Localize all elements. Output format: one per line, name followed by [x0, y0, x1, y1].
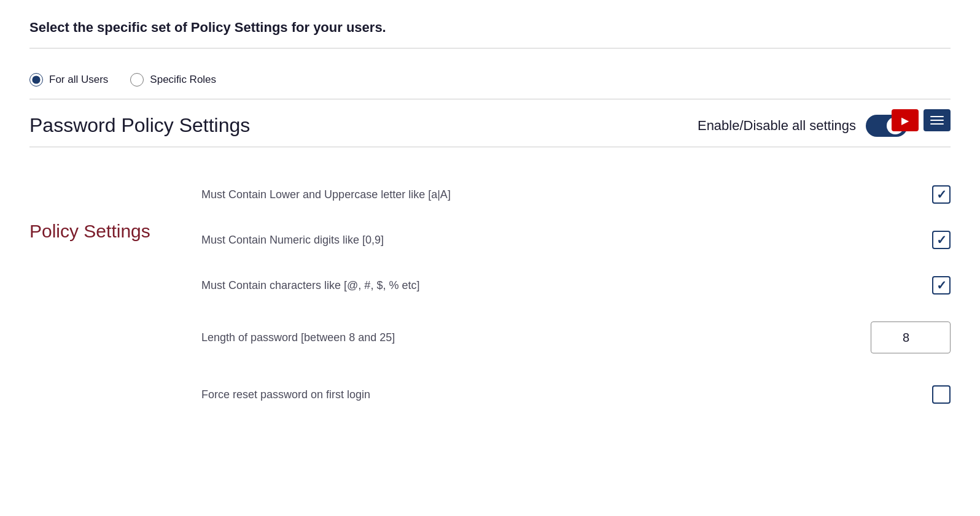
header-title: Select the specific set of Policy Settin…: [29, 20, 951, 36]
policy-row-0-label: Must Contain Lower and Uppercase letter …: [201, 188, 451, 201]
policy-row-1-label: Must Contain Numeric digits like [0,9]: [201, 234, 384, 247]
radio-all-users[interactable]: For all Users: [29, 73, 108, 87]
radio-specific-roles-label: Specific Roles: [150, 74, 216, 86]
policy-row-1: Must Contain Numeric digits like [0,9]: [201, 217, 951, 263]
policy-header-section: Password Policy Settings Enable/Disable …: [29, 99, 951, 147]
policy-section-title: Password Policy Settings: [29, 114, 250, 137]
enable-disable-label: Enable/Disable all settings: [698, 118, 856, 134]
policy-checkbox-0[interactable]: [932, 185, 951, 204]
radio-specific-roles-input[interactable]: [130, 73, 144, 87]
policy-row-0: Must Contain Lower and Uppercase letter …: [201, 172, 951, 217]
main-content: Policy Settings Must Contain Lower and U…: [29, 147, 951, 417]
list-line-1: [930, 116, 944, 117]
policy-checkbox-1[interactable]: [932, 231, 951, 249]
policy-row-2: Must Contain characters like [@, #, $, %…: [201, 263, 951, 308]
header-section: Select the specific set of Policy Settin…: [29, 20, 951, 61]
policy-settings-label-col: Policy Settings: [29, 172, 201, 417]
list-icon-button[interactable]: [924, 109, 951, 131]
radio-specific-roles[interactable]: Specific Roles: [130, 73, 216, 87]
icon-buttons-group: [892, 109, 951, 131]
password-length-input[interactable]: [871, 322, 950, 353]
user-scope-radio-group: For all Users Specific Roles: [29, 61, 951, 99]
list-line-2: [930, 120, 944, 121]
youtube-icon-button[interactable]: [892, 109, 919, 131]
policy-checkbox-4[interactable]: [932, 385, 951, 404]
top-divider: [29, 48, 951, 48]
enable-disable-group: Enable/Disable all settings: [698, 115, 908, 137]
policy-row-4: Force reset password on first login: [201, 372, 951, 417]
list-line-3: [930, 123, 944, 125]
radio-all-users-label: For all Users: [49, 74, 108, 86]
radio-all-users-input[interactable]: [29, 73, 43, 87]
policy-row-2-label: Must Contain characters like [@, #, $, %…: [201, 279, 419, 292]
policy-row-3-label: Length of password [between 8 and 25]: [201, 331, 395, 344]
policy-settings-label: Policy Settings: [29, 221, 150, 241]
policy-row-3: Length of password [between 8 and 25]: [201, 308, 951, 367]
policy-checkbox-2[interactable]: [932, 276, 951, 295]
page-container: Select the specific set of Policy Settin…: [0, 0, 980, 437]
policy-row-4-label: Force reset password on first login: [201, 388, 370, 401]
policy-options-col: Must Contain Lower and Uppercase letter …: [201, 172, 951, 417]
spacer: [201, 367, 951, 372]
password-length-input-wrapper: [871, 322, 951, 353]
